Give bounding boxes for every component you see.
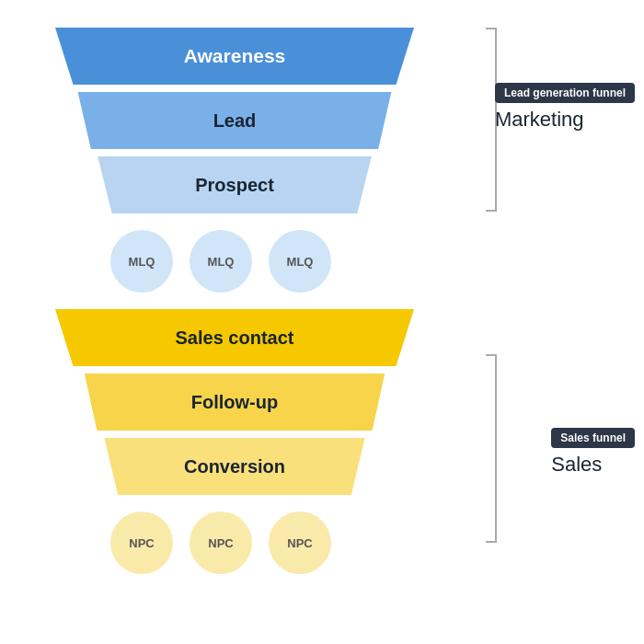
sales-annotation: Sales funnel Sales bbox=[551, 428, 635, 477]
followup-label: Follow-up bbox=[191, 392, 278, 413]
npc-circle-3: NPC bbox=[269, 512, 331, 574]
conversion-label: Conversion bbox=[184, 456, 285, 477]
salescontact-label: Sales contact bbox=[176, 328, 294, 349]
prospect-layer: Prospect bbox=[92, 156, 377, 213]
mlq-circle-2: MLQ bbox=[190, 230, 252, 293]
conversion-layer: Conversion bbox=[99, 438, 371, 495]
conversion-row: Conversion bbox=[37, 438, 607, 495]
salescontact-layer: Sales contact bbox=[55, 309, 414, 366]
lead-wrapper: Lead bbox=[37, 92, 432, 149]
marketing-label: Marketing bbox=[495, 108, 635, 132]
mlq-circle-3: MLQ bbox=[269, 230, 331, 293]
mlq-row: MLQ MLQ MLQ bbox=[37, 221, 607, 302]
lead-layer: Lead bbox=[72, 92, 398, 149]
salescontact-row: Sales contact bbox=[37, 309, 607, 366]
awareness-label: Awareness bbox=[184, 45, 286, 67]
followup-wrapper: Follow-up bbox=[37, 374, 432, 431]
awareness-wrapper: Awareness bbox=[37, 28, 432, 85]
funnel-container: Awareness Lead Prospect MLQ MLQ bbox=[0, 0, 644, 618]
salescontact-wrapper: Sales contact bbox=[37, 309, 432, 366]
awareness-layer: Awareness bbox=[55, 28, 414, 85]
prospect-row: Prospect bbox=[37, 156, 607, 213]
conversion-wrapper: Conversion bbox=[37, 438, 432, 495]
npc-row: NPC NPC NPC bbox=[37, 502, 607, 583]
npc-circle-1: NPC bbox=[110, 512, 173, 574]
sales-bracket bbox=[486, 354, 497, 543]
prospect-label: Prospect bbox=[195, 175, 274, 196]
awareness-row: Awareness bbox=[37, 28, 607, 85]
mlq-circle-1: MLQ bbox=[110, 230, 173, 293]
marketing-badge: Lead generation funnel bbox=[495, 83, 635, 103]
prospect-wrapper: Prospect bbox=[37, 156, 432, 213]
followup-row: Follow-up bbox=[37, 374, 607, 431]
lead-label: Lead bbox=[213, 110, 257, 132]
sales-badge: Sales funnel bbox=[551, 428, 635, 448]
marketing-annotation: Lead generation funnel Marketing bbox=[495, 83, 635, 132]
npc-circle-2: NPC bbox=[190, 512, 252, 574]
followup-layer: Follow-up bbox=[78, 374, 391, 431]
sales-label: Sales bbox=[551, 453, 635, 477]
npc-circles: NPC NPC NPC bbox=[37, 512, 432, 574]
mlq-circles: MLQ MLQ MLQ bbox=[37, 230, 432, 293]
